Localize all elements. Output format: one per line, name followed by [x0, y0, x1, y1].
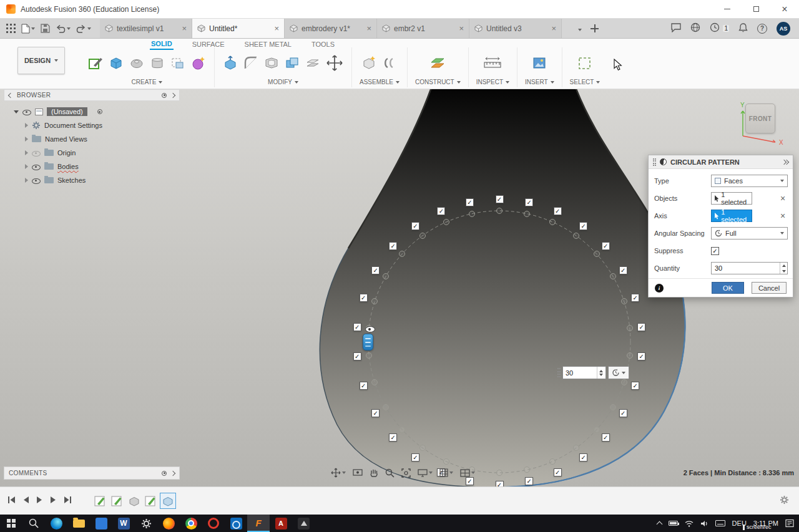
taskbar-app-chrome[interactable]: [180, 515, 202, 532]
taskbar-app-firefox[interactable]: [157, 515, 180, 532]
new-document-button[interactable]: [591, 24, 599, 32]
tab-close-icon[interactable]: [366, 24, 371, 33]
zoom-button[interactable]: [384, 467, 396, 479]
taskbar-app-outlook[interactable]: [225, 515, 247, 532]
pattern-instance-checkbox[interactable]: [619, 266, 627, 274]
pattern-instance-checkbox[interactable]: [437, 207, 445, 215]
collapse-arrow-icon[interactable]: [25, 178, 28, 183]
pattern-instance-checkbox[interactable]: [637, 352, 645, 360]
cancel-button[interactable]: Cancel: [752, 282, 787, 294]
taskbar-app-acrobat[interactable]: A: [270, 515, 292, 532]
panel-options-icon[interactable]: [162, 93, 167, 98]
pattern-instance-checkbox[interactable]: [602, 433, 610, 442]
dialog-drag-grip-icon[interactable]: [653, 158, 656, 166]
dialog-header[interactable]: CIRCULAR PATTERN: [649, 155, 793, 169]
pattern-instance-checkbox[interactable]: [579, 453, 587, 462]
tab-close-icon[interactable]: [459, 24, 464, 33]
group-label-create[interactable]: CREATE: [132, 79, 163, 85]
type-dropdown[interactable]: Faces: [711, 175, 788, 187]
fillet-button[interactable]: [243, 55, 259, 71]
taskbar-search-button[interactable]: [22, 515, 45, 532]
pattern-instance-checkbox[interactable]: [411, 222, 419, 230]
timeline-pattern-feature[interactable]: [160, 493, 175, 508]
tree-item-named-views[interactable]: Named Views: [4, 132, 180, 146]
shell-button[interactable]: [263, 55, 280, 71]
help-button[interactable]: [757, 24, 767, 34]
expand-panel-icon[interactable]: [170, 470, 175, 475]
pan-orbit-button[interactable]: [330, 467, 347, 479]
tree-item-origin[interactable]: Origin: [4, 146, 180, 160]
move-manipulator-handle[interactable]: [363, 334, 373, 351]
pattern-instance-checkbox[interactable]: [411, 453, 419, 462]
info-icon[interactable]: [655, 284, 664, 293]
pattern-instance-checkbox[interactable]: [637, 323, 645, 331]
extrude-button[interactable]: [108, 55, 124, 71]
expand-arrow-icon[interactable]: [14, 110, 19, 114]
pattern-instance-checkbox[interactable]: [554, 207, 562, 215]
web-browser-button[interactable]: [690, 22, 700, 34]
taskbar-app-edge[interactable]: [45, 515, 67, 532]
battery-icon[interactable]: [669, 521, 678, 526]
step-back-button[interactable]: [22, 496, 29, 506]
maximize-button[interactable]: [742, 0, 770, 18]
group-label-assemble[interactable]: ASSEMBLE: [360, 79, 400, 85]
measure-button[interactable]: [483, 55, 502, 71]
pan-hand-button[interactable]: [368, 467, 380, 479]
revolve-button[interactable]: [129, 55, 145, 71]
activate-component-icon[interactable]: [97, 109, 102, 114]
file-menu-button[interactable]: [21, 24, 35, 34]
tab-close-icon[interactable]: [274, 24, 279, 33]
pattern-instance-checkbox[interactable]: [371, 266, 380, 274]
pattern-instance-checkbox[interactable]: [496, 195, 504, 203]
save-button[interactable]: [41, 24, 50, 33]
tree-item-bodies[interactable]: Bodies: [4, 160, 180, 173]
doc-tab-untitled-v3[interactable]: Untitled v3: [469, 19, 562, 38]
quantity-stepper[interactable]: [780, 263, 787, 274]
wifi-icon[interactable]: [685, 520, 694, 527]
pattern-instance-checkbox[interactable]: [353, 352, 361, 360]
create-form-button[interactable]: [190, 55, 207, 71]
action-center-icon[interactable]: [785, 519, 794, 528]
clear-objects-selection-icon[interactable]: [778, 193, 788, 203]
collapse-arrow-icon[interactable]: [25, 164, 28, 169]
taskbar-app-fusion-360[interactable]: F: [247, 515, 270, 532]
joint-button[interactable]: [381, 55, 398, 71]
group-label-construct[interactable]: CONSTRUCT: [415, 79, 461, 85]
taskbar-app-settings[interactable]: [135, 515, 157, 532]
pattern-instance-checkbox[interactable]: [371, 409, 380, 417]
visibility-eye-icon[interactable]: [32, 163, 41, 171]
timeline-sketch-feature[interactable]: [110, 493, 125, 508]
drag-grip-icon[interactable]: [557, 368, 561, 377]
touch-keyboard-icon[interactable]: [715, 520, 725, 526]
tree-item-document-settings[interactable]: Document Settings: [4, 118, 180, 132]
feedback-comment-button[interactable]: [671, 23, 681, 34]
quantity-stepper[interactable]: [597, 367, 603, 379]
new-component-button[interactable]: [361, 55, 377, 71]
objects-selection-field[interactable]: 1 selected: [711, 192, 752, 205]
collapse-arrow-icon[interactable]: [25, 123, 28, 128]
close-button[interactable]: [770, 0, 799, 18]
pattern-instance-checkbox[interactable]: [389, 242, 397, 250]
pattern-button[interactable]: [170, 55, 186, 71]
start-button[interactable]: [0, 515, 22, 532]
job-status-button[interactable]: [710, 22, 720, 34]
visibility-eye-icon[interactable]: [22, 108, 31, 116]
expand-panel-icon[interactable]: [170, 92, 175, 97]
ok-button[interactable]: OK: [712, 282, 744, 294]
pattern-instance-checkbox[interactable]: [496, 481, 504, 487]
pattern-instance-checkbox[interactable]: [631, 382, 639, 390]
undo-button[interactable]: [56, 24, 71, 33]
skip-to-start-button[interactable]: [7, 496, 16, 506]
inline-quantity-input[interactable]: 30: [562, 366, 606, 379]
tree-item-sketches[interactable]: Sketches: [4, 173, 180, 187]
offset-face-button[interactable]: [305, 55, 321, 71]
angular-spacing-dropdown[interactable]: Full: [711, 227, 788, 239]
hidden-icons-chevron[interactable]: [656, 521, 662, 528]
tab-close-icon[interactable]: [551, 24, 556, 33]
visibility-eye-off-icon[interactable]: [32, 149, 41, 157]
doc-tab-textilesimpl[interactable]: textilesimpl v1: [100, 19, 192, 38]
clear-axis-selection-icon[interactable]: [778, 211, 788, 221]
timeline-sketch-feature[interactable]: [144, 493, 159, 508]
pattern-instance-checkbox[interactable]: [525, 477, 533, 485]
pattern-instance-checkbox[interactable]: [389, 433, 397, 442]
